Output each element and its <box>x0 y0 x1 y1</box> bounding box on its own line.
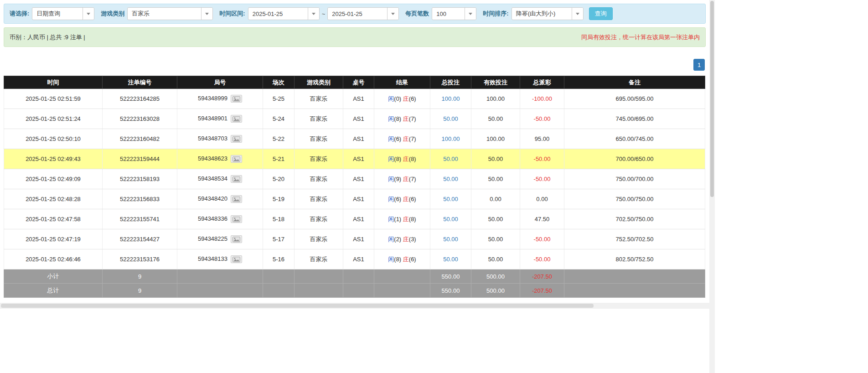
round-detail-icon[interactable] <box>231 175 242 183</box>
game-type-cell: 百家乐 <box>294 129 343 149</box>
round-detail-icon[interactable] <box>231 135 242 143</box>
caret-down-icon <box>201 8 212 20</box>
bet-id-cell: 522223156833 <box>103 189 177 209</box>
horizontal-scrollbar-thumb[interactable] <box>1 304 594 308</box>
date-to-select[interactable]: 2025-01-25 <box>327 7 399 20</box>
total-bet-cell[interactable]: 50.00 <box>430 249 471 269</box>
time-cell: 2025-01-25 02:46:46 <box>4 249 103 269</box>
total-bet-cell[interactable]: 50.00 <box>430 149 471 169</box>
table-row: 2025-01-25 02:51:24522223163028594348901… <box>4 109 705 129</box>
bet-id-cell: 522223154427 <box>103 229 177 249</box>
result-cell: 闲(1) 庄(8) <box>374 209 430 229</box>
bet-id-cell: 522223159444 <box>103 149 177 169</box>
session-cell: 5-25 <box>263 89 294 109</box>
round-detail-icon[interactable] <box>231 115 242 123</box>
valid-bet-cell: 50.00 <box>471 169 520 189</box>
banker-result: 庄 <box>403 135 409 142</box>
game-type-cell: 百家乐 <box>294 89 343 109</box>
valid-bet-cell: 0.00 <box>471 189 520 209</box>
player-score: (8) <box>394 115 403 122</box>
table-no-cell: AS1 <box>343 189 374 209</box>
player-result: 闲 <box>388 155 394 162</box>
player-result: 闲 <box>388 236 394 243</box>
col-payout: 总派彩 <box>520 76 564 89</box>
session-cell: 5-24 <box>263 109 294 129</box>
round-detail-icon[interactable] <box>231 155 242 163</box>
valid-bet-cell: 100.00 <box>471 89 520 109</box>
banker-score: (7) <box>409 115 416 122</box>
player-score: (9) <box>394 176 403 182</box>
time-sort-value: 降幂(由大到小) <box>512 10 572 18</box>
round-id: 594348336 <box>198 215 227 222</box>
game-type-select[interactable]: 百家乐 <box>127 7 213 20</box>
time-sort-select[interactable]: 降幂(由大到小) <box>512 7 584 20</box>
banker-score: (3) <box>409 236 416 243</box>
total-bet-cell[interactable]: 50.00 <box>430 169 471 189</box>
total-bet-cell[interactable]: 100.00 <box>430 89 471 109</box>
caret-down-icon <box>465 8 476 20</box>
page-size-label: 每页笔数 <box>405 10 429 18</box>
payout-cell: 47.50 <box>520 209 564 229</box>
total-bet-cell[interactable]: 50.00 <box>430 109 471 129</box>
round-detail-icon[interactable] <box>231 235 242 243</box>
empty-cell <box>564 284 705 298</box>
bet-id-cell: 522223160482 <box>103 129 177 149</box>
round-detail-icon[interactable] <box>231 255 242 263</box>
summary-bar: 币别：人民币 | 总共 :9 注单 | 同局有效投注，统一计算在该局第一张注单内 <box>4 27 706 47</box>
subtotal-label: 小计 <box>4 269 103 284</box>
total-bet-cell[interactable]: 50.00 <box>430 189 471 209</box>
col-table-no: 桌号 <box>343 76 374 89</box>
note-cell: 802.50/752.50 <box>564 249 705 269</box>
result-cell: 闲(2) 庄(3) <box>374 229 430 249</box>
note-cell: 702.50/750.00 <box>564 209 705 229</box>
table-body: 2025-01-25 02:51:59522223164285594348999… <box>4 89 705 269</box>
banker-result: 庄 <box>403 236 409 243</box>
empty-cell <box>564 269 705 284</box>
game-type-cell: 百家乐 <box>294 249 343 269</box>
result-cell: 闲(9) 庄(7) <box>374 169 430 189</box>
table-row: 2025-01-25 02:49:09522223158193594348534… <box>4 169 705 189</box>
result-cell: 闲(0) 庄(6) <box>374 89 430 109</box>
banker-result: 庄 <box>403 155 409 162</box>
table-no-cell: AS1 <box>343 249 374 269</box>
empty-cell <box>263 269 294 284</box>
query-type-select[interactable]: 日期查询 <box>32 7 94 20</box>
page-size-select[interactable]: 100 <box>432 7 476 20</box>
date-from-select[interactable]: 2025-01-25 <box>248 7 320 20</box>
payout-cell: -50.00 <box>520 109 564 129</box>
search-button[interactable]: 查询 <box>589 7 613 20</box>
valid-bet-cell: 50.00 <box>471 149 520 169</box>
col-time: 时间 <box>4 76 103 89</box>
vertical-scrollbar-thumb[interactable] <box>710 1 714 197</box>
result-cell: 闲(8) 庄(7) <box>374 109 430 129</box>
vertical-scrollbar[interactable] <box>709 0 715 373</box>
round-id: 594348420 <box>198 195 227 202</box>
payout-cell: -50.00 <box>520 149 564 169</box>
game-type-label: 游戏类别 <box>101 10 124 18</box>
page-button-1[interactable]: 1 <box>693 59 705 71</box>
horizontal-scrollbar[interactable] <box>0 303 709 309</box>
round-id: 594348623 <box>198 155 227 162</box>
player-score: (2) <box>394 236 403 243</box>
subtotal-payout: -207.50 <box>520 269 564 284</box>
note-cell: 650.00/745.00 <box>564 129 705 149</box>
table-header-row: 时间 注单编号 局号 场次 游戏类别 桌号 结果 总投注 有效投注 总派彩 备注 <box>4 76 705 89</box>
game-type-cell: 百家乐 <box>294 209 343 229</box>
banker-score: (7) <box>409 135 416 142</box>
total-bet-cell[interactable]: 100.00 <box>430 129 471 149</box>
payout-cell: -50.00 <box>520 229 564 249</box>
bet-id-cell: 522223155741 <box>103 209 177 229</box>
empty-cell <box>374 269 430 284</box>
empty-cell <box>177 284 263 298</box>
round-id-cell: 594348336 <box>177 209 263 229</box>
round-detail-icon[interactable] <box>231 215 242 223</box>
total-bet-cell[interactable]: 50.00 <box>430 229 471 249</box>
banker-score: (8) <box>409 155 416 162</box>
table-no-cell: AS1 <box>343 129 374 149</box>
bet-records-table: 时间 注单编号 局号 场次 游戏类别 桌号 结果 总投注 有效投注 总派彩 备注… <box>4 76 705 298</box>
round-detail-icon[interactable] <box>231 95 242 103</box>
total-bet-cell[interactable]: 50.00 <box>430 209 471 229</box>
note-cell: 752.50/702.50 <box>564 229 705 249</box>
round-detail-icon[interactable] <box>231 195 242 203</box>
time-cell: 2025-01-25 02:51:59 <box>4 89 103 109</box>
